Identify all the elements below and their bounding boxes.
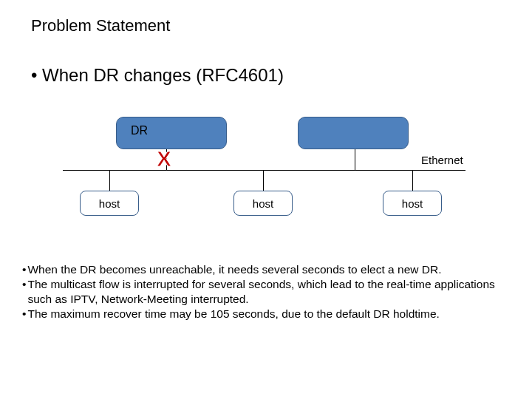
host-box-1: host (80, 191, 139, 216)
ethernet-bus-line (63, 170, 466, 171)
host-box-2: host (233, 191, 293, 216)
main-bullet: • When DR changes (RFC4601) (31, 65, 284, 86)
bullet-row: • When the DR becomes unreachable, it ne… (22, 262, 506, 277)
network-diagram: DR Ethernet X host host host (0, 111, 532, 244)
bullet-text: The maximum recover time may be 105 seco… (27, 307, 506, 321)
bullet-row: • The multicast flow is interrupted for … (22, 277, 506, 307)
host3-stub (412, 170, 413, 191)
slide-title: Problem Statement (31, 16, 170, 35)
host1-stub (109, 170, 110, 191)
host2-stub (263, 170, 264, 191)
dr-label: DR (131, 124, 148, 137)
bullet-text: The multicast flow is interrupted for se… (27, 277, 506, 307)
bullet-dot-icon: • (22, 307, 27, 321)
router-box (298, 117, 409, 149)
host-box-3: host (383, 191, 442, 216)
bullet-row: • The maximum recover time may be 105 se… (22, 307, 506, 321)
host-label: host (253, 197, 273, 210)
ethernet-label: Ethernet (421, 154, 463, 166)
host-label: host (402, 197, 423, 210)
bullet-dot-icon: • (22, 262, 27, 277)
host-label: host (99, 197, 120, 210)
bullet-dot-icon: • (22, 277, 27, 307)
failure-x-icon: X (157, 146, 171, 171)
bullet-text: When the DR becomes unreachable, it need… (27, 262, 506, 277)
body-bullets: • When the DR becomes unreachable, it ne… (22, 262, 506, 322)
router2-stub (355, 149, 355, 170)
